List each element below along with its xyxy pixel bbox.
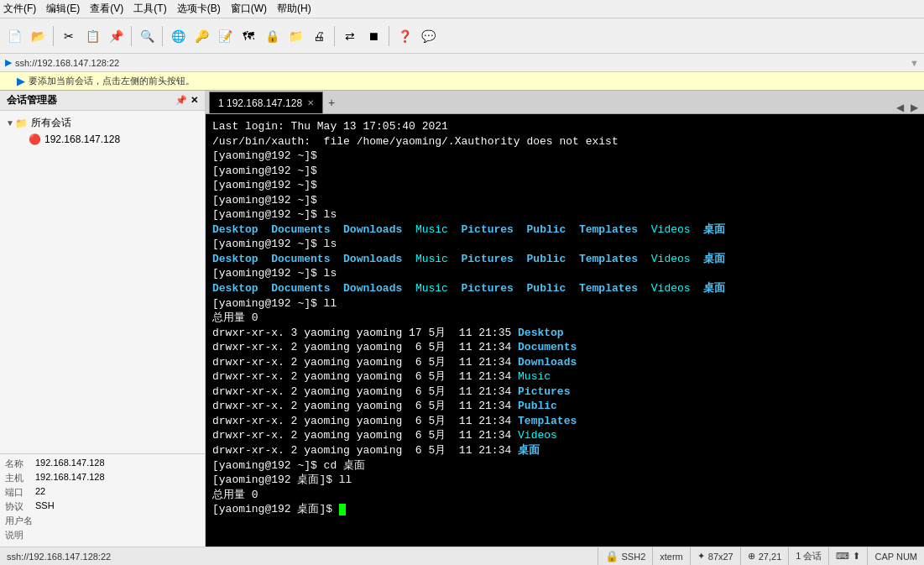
find-btn[interactable]: 🔍: [136, 25, 158, 47]
sep3: [162, 26, 163, 46]
cap-value: CAP NUM: [874, 552, 917, 562]
term-ll-1: drwxr-xr-x. 3 yaoming yaoming 17 5月 11 2…: [212, 326, 917, 341]
open-btn[interactable]: 📂: [27, 25, 49, 47]
tab-add-btn[interactable]: +: [323, 92, 340, 113]
infobar-text: 要添加当前会话，点击左侧的前头按钮。: [29, 75, 195, 87]
terminal-cursor: [339, 504, 346, 515]
prop-protocol-label: 协议: [5, 500, 35, 513]
sep2: [131, 26, 132, 46]
tree-session-icon: 🔴: [29, 133, 41, 145]
menu-edit[interactable]: 编辑(E): [46, 2, 80, 16]
tree-toggle-root: ▼: [5, 118, 15, 128]
ssh-label: SSH2: [622, 552, 646, 562]
new-btn[interactable]: 📄: [3, 25, 25, 47]
term-line-6: [yaoming@192 ~]$: [212, 193, 917, 208]
prop-desc-label: 说明: [5, 529, 35, 541]
session-tree: ▼ 📁 所有会话 🔴 192.168.147.128: [0, 111, 205, 453]
arrows-btn[interactable]: ⇄: [339, 25, 361, 47]
sidebar-header-icons: 📌 ✕: [175, 95, 198, 106]
prop-username-label: 用户名: [5, 515, 35, 527]
menu-tools[interactable]: 工具(T): [133, 2, 166, 16]
menubar: 文件(F) 编辑(E) 查看(V) 工具(T) 选项卡(B) 窗口(W) 帮助(…: [0, 0, 924, 18]
menu-tabs[interactable]: 选项卡(B): [177, 2, 221, 16]
menu-help[interactable]: 帮助(H): [277, 2, 311, 16]
term-ll-9: drwxr-xr-x. 2 yaoming yaoming 6 5月 11 21…: [212, 443, 917, 458]
paste-btn[interactable]: 📌: [105, 25, 127, 47]
prop-username: 用户名: [5, 515, 200, 527]
sidebar-pin-icon[interactable]: 📌: [175, 95, 187, 106]
sidebar-resize-handle[interactable]: [201, 91, 205, 547]
term-ll-3: drwxr-xr-x. 2 yaoming yaoming 6 5月 11 21…: [212, 355, 917, 370]
term-ll-4: drwxr-xr-x. 2 yaoming yaoming 6 5月 11 21…: [212, 369, 917, 385]
tab-label: 1 192.168.147.128: [218, 97, 302, 109]
term-line-2: /usr/bin/xauth: file /home/yaoming/.Xaut…: [212, 134, 917, 149]
menu-file[interactable]: 文件(F): [3, 2, 36, 16]
prop-host: 主机 192.168.147.128: [5, 472, 200, 484]
term-line-8: [yaoming@192 ~]$ ls: [212, 237, 917, 252]
address-dropdown[interactable]: ▼: [910, 58, 919, 68]
menu-view[interactable]: 查看(V): [90, 2, 123, 16]
term-line-10: [yaoming@192 ~]$ ll: [212, 296, 917, 311]
key-btn[interactable]: 🔑: [191, 25, 212, 47]
tab-close-btn[interactable]: ✕: [307, 98, 314, 107]
term-line-3: [yaoming@192 ~]$: [212, 149, 917, 164]
tree-child-label: 192.168.147.128: [44, 133, 120, 145]
term-ll-8: drwxr-xr-x. 2 yaoming yaoming 6 5月 11 21…: [212, 428, 917, 443]
stop-btn[interactable]: ⏹: [363, 25, 384, 47]
status-cols: ✦ 87x27: [690, 547, 740, 565]
infobar: ▶ 要添加当前会话，点击左侧的前头按钮。: [0, 72, 924, 91]
connect-btn[interactable]: 🌐: [167, 25, 189, 47]
sidebar-header: 会话管理器 📌 ✕: [0, 91, 205, 111]
term-label: xterm: [660, 552, 683, 562]
script-btn[interactable]: 📝: [214, 25, 236, 47]
tab-session[interactable]: 1 192.168.147.128 ✕: [209, 92, 323, 113]
sessions-value: 1 会话: [796, 550, 822, 562]
prop-port-value: 22: [35, 486, 45, 499]
sidebar-close-icon[interactable]: ✕: [191, 95, 198, 106]
tab-bar: 1 192.168.147.128 ✕ + ◀ ▶: [206, 91, 924, 114]
tab-nav: ◀ ▶: [894, 102, 924, 113]
status-pos: ⊕ 27,21: [740, 547, 789, 565]
term-ll-6: drwxr-xr-x. 2 yaoming yaoming 6 5月 11 21…: [212, 399, 917, 414]
prop-host-value: 192.168.147.128: [35, 472, 105, 484]
lock-btn[interactable]: 🔒: [261, 25, 283, 47]
addressbar: ▶ ssh://192.168.147.128:22 ▼: [0, 54, 924, 72]
term-line-5: [yaoming@192 ~]$: [212, 178, 917, 193]
term-final: [yaoming@192 桌面]$: [212, 502, 917, 517]
sidebar-title: 会话管理器: [7, 93, 57, 107]
print-btn[interactable]: 🖨: [308, 25, 330, 47]
help-btn[interactable]: ❓: [394, 25, 415, 47]
tree-root[interactable]: ▼ 📁 所有会话: [2, 114, 203, 132]
file-btn[interactable]: 📁: [285, 25, 306, 47]
tab-add-icon: +: [328, 96, 335, 109]
tab-nav-left[interactable]: ◀: [894, 102, 906, 113]
terminal[interactable]: Last login: Thu May 13 17:05:40 2021 /us…: [206, 114, 924, 547]
tree-folder-icon: 📁: [15, 118, 28, 129]
term-ls1: Desktop Documents Downloads Music Pictur…: [212, 222, 917, 238]
terminal-container: 1 192.168.147.128 ✕ + ◀ ▶ Last login: Th…: [206, 91, 924, 547]
prop-host-label: 主机: [5, 472, 35, 484]
sidebar: 会话管理器 📌 ✕ ▼ 📁 所有会话 🔴 192.168.147.128 名称 …: [0, 91, 206, 547]
term-ll-5: drwxr-xr-x. 2 yaoming yaoming 6 5月 11 21…: [212, 385, 917, 400]
term-ls2: Desktop Documents Downloads Music Pictur…: [212, 252, 917, 267]
status-term: xterm: [652, 547, 690, 565]
keys-icon: ⌨: [836, 551, 849, 562]
menu-window[interactable]: 窗口(W): [231, 2, 267, 16]
tab-nav-right[interactable]: ▶: [908, 102, 921, 113]
statusbar: ssh://192.168.147.128:22 🔒 SSH2 xterm ✦ …: [0, 547, 924, 565]
cut-btn[interactable]: ✂: [58, 25, 80, 47]
pos-label: ⊕: [748, 551, 755, 562]
prop-desc: 说明: [5, 529, 200, 541]
status-sessions: 1 会话: [788, 547, 828, 565]
prop-name-value: 192.168.147.128: [35, 458, 105, 470]
cols-label: ✦: [697, 551, 705, 562]
term-total: 总用量 0: [212, 311, 917, 326]
term-line-4: [yaoming@192 ~]$: [212, 164, 917, 179]
map-btn[interactable]: 🗺: [238, 25, 259, 47]
chat-btn[interactable]: 💬: [417, 25, 439, 47]
cols-value: 87x27: [708, 552, 733, 562]
tree-session-item[interactable]: 🔴 192.168.147.128: [2, 132, 203, 147]
info-icon: ▶: [17, 75, 25, 87]
copy-btn[interactable]: 📋: [81, 25, 103, 47]
toolbar: 📄 📂 ✂ 📋 📌 🔍 🌐 🔑 📝 🗺 🔒 📁 🖨 ⇄ ⏹ ❓ 💬: [0, 18, 924, 54]
